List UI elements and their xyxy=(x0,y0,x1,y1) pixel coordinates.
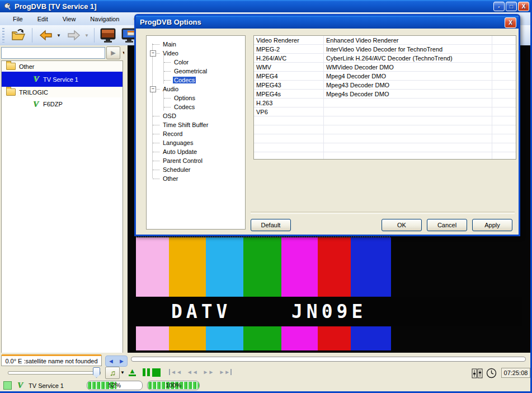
rewind-icon[interactable]: ◄◄ xyxy=(187,369,198,375)
dialog-title-bar[interactable]: ProgDVB Options X xyxy=(136,16,519,29)
cancel-button[interactable]: Cancel xyxy=(427,219,467,231)
tab-prev-icon[interactable]: ◄ xyxy=(108,358,114,364)
tree-connector xyxy=(153,134,159,134)
codec-extra-cell xyxy=(492,125,516,134)
tree-connector xyxy=(153,170,159,170)
menu-navigation[interactable]: Navigation xyxy=(83,14,126,24)
codec-value: Enhanced Video Renderer xyxy=(324,36,492,44)
tree-item-codecs[interactable]: Codecs xyxy=(147,102,245,111)
toolbar-grip[interactable] xyxy=(2,28,4,43)
volume-slider[interactable] xyxy=(8,371,101,375)
tree-item-osd[interactable]: OSD xyxy=(147,111,245,120)
tree-connector xyxy=(164,80,171,81)
tree-item-auto-update[interactable]: Auto Update xyxy=(147,147,245,156)
seek-bar[interactable] xyxy=(131,357,526,362)
fast-forward-icon[interactable]: ►► xyxy=(203,369,214,375)
monitor-fullscreen-icon xyxy=(100,27,116,43)
audio-track-button[interactable]: ♫ xyxy=(105,367,120,379)
tree-item-codecs[interactable]: Codecs xyxy=(147,76,245,85)
equalizer-button[interactable] xyxy=(472,368,483,380)
minimize-button[interactable]: - xyxy=(493,2,505,11)
codec-row-mpeg4s[interactable]: MPEG4sMpeg4s Decoder DMO xyxy=(254,90,516,99)
tree-item-label: Parent Control xyxy=(162,157,204,164)
pause-button[interactable] xyxy=(143,368,150,376)
title-bar[interactable]: ProgDVB [TV Service 1] - □ X xyxy=(0,0,532,12)
tree-item-label: Codecs xyxy=(173,77,196,83)
skip-start-icon[interactable]: ◄◄ xyxy=(169,369,182,375)
skip-end-icon[interactable]: ►► xyxy=(219,369,232,375)
tree-connector xyxy=(153,161,159,161)
collapse-icon[interactable]: − xyxy=(150,86,156,92)
tree-connector xyxy=(164,107,171,107)
collapse-icon[interactable]: − xyxy=(150,50,156,57)
close-button[interactable]: X xyxy=(518,2,529,11)
status-bar: V TV Service 1 52% 100% xyxy=(0,380,532,391)
eject-button[interactable]: ▲ xyxy=(129,368,136,376)
color-bar-2 xyxy=(206,237,243,350)
search-go-button[interactable]: ▶ xyxy=(106,46,120,59)
channel-item-f6dzp[interactable]: VF6DZP xyxy=(2,97,123,111)
codec-row-mpeg-2[interactable]: MPEG-2InterVideo Video Decoder for Techn… xyxy=(254,45,516,54)
stop-button[interactable] xyxy=(152,368,161,377)
channel-item-tv-service-1[interactable]: VTV Service 1 xyxy=(2,72,123,87)
color-bars xyxy=(136,237,391,350)
menu-file[interactable]: File xyxy=(6,14,30,24)
tree-item-other[interactable]: Other xyxy=(147,174,245,183)
tree-item-scheduler[interactable]: Scheduler xyxy=(147,165,245,174)
tree-connector xyxy=(153,44,159,45)
codec-name: Video Renderer xyxy=(254,36,324,44)
audio-track-dropdown-icon[interactable]: ▼ xyxy=(119,367,126,378)
tree-item-label: OSD xyxy=(162,113,177,119)
apply-button[interactable]: Apply xyxy=(472,219,512,231)
open-folder-button[interactable] xyxy=(9,27,28,44)
tree-item-parent-control[interactable]: Parent Control xyxy=(147,156,245,165)
codec-row-wmv[interactable]: WMVWMVideo Decoder DMO xyxy=(254,63,516,72)
dialog-close-button[interactable]: X xyxy=(505,17,516,28)
back-dropdown-icon[interactable]: ▼ xyxy=(57,33,61,38)
codec-row-vp6[interactable]: VP6 xyxy=(254,107,516,116)
codec-value: InterVideo Video Decoder for TechnoTrend xyxy=(324,45,492,53)
ok-button[interactable]: OK xyxy=(382,219,422,231)
channel-group-other[interactable]: Other xyxy=(2,61,123,72)
channel-search-input[interactable] xyxy=(1,47,105,59)
tree-item-record[interactable]: Record xyxy=(147,129,245,138)
default-button[interactable]: Default xyxy=(251,219,291,231)
dialog-title: ProgDVB Options xyxy=(140,18,201,26)
menu-view[interactable]: View xyxy=(55,14,83,24)
back-button[interactable] xyxy=(36,27,55,44)
tree-connector xyxy=(164,62,171,63)
codec-row xyxy=(254,143,516,152)
codec-row-mpeg43[interactable]: MPEG43Mpeg43 Decoder DMO xyxy=(254,81,516,90)
tab-next-icon[interactable]: ► xyxy=(119,358,125,364)
clock-button[interactable] xyxy=(486,368,497,380)
tree-item-color[interactable]: Color xyxy=(147,58,245,67)
tree-item-time-shift-buffer[interactable]: Time Shift Buffer xyxy=(147,120,245,129)
tree-item-options[interactable]: Options xyxy=(147,93,245,102)
tree-item-audio[interactable]: −Audio xyxy=(147,85,245,93)
codec-row-h-263[interactable]: H.263 xyxy=(254,99,516,107)
channel-group-trilogic[interactable]: TRILOGIC xyxy=(2,87,123,97)
tree-item-label: Codecs xyxy=(173,104,196,110)
menu-edit[interactable]: Edit xyxy=(30,14,55,24)
tree-guide xyxy=(163,54,164,83)
tree-connector xyxy=(164,98,171,99)
codec-extra-cell xyxy=(492,90,516,98)
codec-row-h-264-avc[interactable]: H.264/AVCCyberLink H.264/AVC Decoder (Te… xyxy=(254,54,516,63)
channel-label: F6DZP xyxy=(43,101,63,107)
tree-item-languages[interactable]: Languages xyxy=(147,138,245,147)
tree-item-video[interactable]: −Video xyxy=(147,49,245,58)
codec-table: Video RendererEnhanced Video RendererMPE… xyxy=(253,35,516,160)
toolbar-separator xyxy=(32,28,32,43)
maximize-button[interactable]: □ xyxy=(506,2,517,11)
fullscreen-button[interactable] xyxy=(98,27,117,44)
codec-row-video-renderer[interactable]: Video RendererEnhanced Video Renderer xyxy=(254,36,516,45)
tree-item-label: Other xyxy=(162,175,180,182)
codec-row-mpeg4[interactable]: MPEG4Mpeg4 Decoder DMO xyxy=(254,72,516,81)
satellite-tab[interactable]: 0.0° E :satellite name not founded xyxy=(1,354,102,366)
forward-dropdown-icon[interactable]: ▼ xyxy=(84,33,89,38)
tree-item-main[interactable]: Main xyxy=(147,40,245,49)
forward-button[interactable] xyxy=(64,27,83,44)
search-row: ▶ ▼ xyxy=(0,45,128,60)
tree-item-geometrical[interactable]: Geometrical xyxy=(147,67,245,76)
eject-icon: ▲ xyxy=(129,367,136,375)
